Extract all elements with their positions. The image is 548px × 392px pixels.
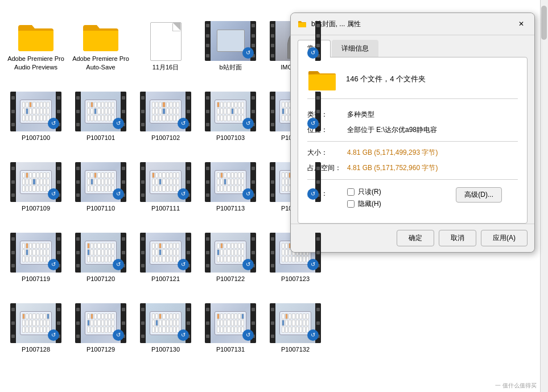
- sync-badge: ↺: [48, 259, 59, 270]
- sync-badge: ↺: [48, 118, 59, 129]
- file-label: P1007113: [216, 204, 245, 212]
- file-label: P1007121: [151, 275, 180, 283]
- prop-attr-section: 属性： 只读(R) 隐藏(H) 高级(D)...: [307, 184, 518, 214]
- file-item-p1007130[interactable]: ↺ P1007130: [134, 288, 197, 356]
- file-item-p1007101[interactable]: ↺ P1007101: [69, 76, 132, 145]
- dialog-title-left: b站封面, ... 属性: [298, 19, 361, 29]
- apply-button[interactable]: 应用(A): [481, 230, 528, 246]
- prop-divider-1: [307, 141, 518, 142]
- file-label-bzhan: b站封面: [219, 63, 241, 71]
- sync-badge: ↺: [307, 118, 319, 129]
- sync-badge: ↺: [178, 188, 189, 200]
- dialog-body: 146 个文件，4 个文件夹 类型： 多种类型 位置： 全部位于 E:\达尔优a…: [298, 57, 528, 224]
- prop-rows: 类型： 多种类型 位置： 全部位于 E:\达尔优a98静电容 大小： 4.81 …: [307, 107, 518, 214]
- properties-dialog[interactable]: b站封面, ... 属性 ✕ 常规 详细信息 146 个文件，4 个文件夹: [290, 13, 535, 253]
- file-item-nov16[interactable]: 11月16日: [134, 6, 197, 74]
- prop-divider-2: [307, 179, 518, 180]
- file-label: P1007101: [86, 134, 115, 142]
- prop-row-disk: 占用空间： 4.81 GB (5,171,752,960 字节): [307, 160, 518, 176]
- file-item-bzhan[interactable]: ↺ b站封面: [199, 6, 262, 74]
- advanced-button[interactable]: 高级(D)...: [456, 187, 502, 203]
- file-label-adobe-audio: Adobe Premiere Pro Audio Previews: [7, 55, 64, 71]
- sync-badge: ↺: [307, 329, 319, 341]
- sync-badge-bzhan: ↺: [242, 47, 254, 59]
- file-label-nov16: 11月16日: [153, 63, 179, 71]
- video-thumb-p1007103: ↺: [205, 92, 256, 131]
- file-label: P1007131: [216, 345, 245, 353]
- film-strip-left: [205, 21, 211, 61]
- disk-label: 占用空间：: [307, 163, 347, 173]
- file-label: P1007103: [216, 134, 245, 142]
- ok-button[interactable]: 确定: [397, 230, 434, 246]
- file-label: P1007100: [22, 134, 50, 142]
- cancel-button[interactable]: 取消: [439, 230, 476, 246]
- file-item-adobe-autosave[interactable]: Adobe Premiere Pro Auto-Save: [69, 6, 132, 74]
- sync-badge: ↺: [178, 118, 189, 129]
- sync-badge: ↺: [242, 188, 254, 200]
- folder-icon-adobe-audio: [16, 19, 56, 52]
- prop-row-location: 位置： 全部位于 E:\达尔优a98静电容: [307, 122, 518, 138]
- file-label: P1007109: [22, 204, 50, 212]
- prop-folder-icon: [307, 67, 337, 92]
- hidden-checkbox[interactable]: [347, 200, 355, 208]
- file-label: P1007120: [86, 275, 115, 283]
- film-strip-left-img: [270, 21, 275, 61]
- file-item-p1007100[interactable]: ↺ P1007100: [5, 76, 67, 145]
- video-thumb-p1007113: ↺: [205, 162, 256, 202]
- sync-badge: ↺: [242, 259, 254, 270]
- file-item-p1007131[interactable]: ↺ P1007131: [199, 288, 262, 356]
- scrollbar-thumb[interactable]: [541, 6, 547, 40]
- video-thumb-p1007100: ↺: [10, 92, 61, 131]
- file-item-p1007122[interactable]: ↺ P1007122: [199, 217, 262, 286]
- title-folder-icon: [298, 20, 307, 28]
- video-thumb-bzhan: ↺: [205, 21, 256, 61]
- readonly-checkbox[interactable]: [347, 188, 355, 196]
- file-item-p1007111[interactable]: ↺ P1007111: [134, 147, 197, 215]
- file-label: P1007123: [281, 275, 310, 283]
- sync-badge: ↺: [307, 188, 319, 200]
- sync-badge: ↺: [242, 329, 254, 341]
- tab-details[interactable]: 详细信息: [332, 40, 378, 57]
- file-item-p1007110[interactable]: ↺ P1007110: [69, 147, 132, 215]
- sync-badge-img: ↺: [307, 47, 319, 59]
- file-label: P1007110: [86, 204, 115, 212]
- close-button[interactable]: ✕: [515, 18, 528, 30]
- sync-badge: ↺: [48, 188, 59, 200]
- disk-value: 4.81 GB (5,171,752,960 字节): [347, 163, 518, 173]
- file-item-p1007113[interactable]: ↺ P1007113: [199, 147, 262, 215]
- file-item-p1007103[interactable]: ↺ P1007103: [199, 76, 262, 145]
- sync-badge: ↺: [48, 329, 59, 341]
- file-item-p1007132[interactable]: ↺ P1007132: [264, 288, 327, 356]
- video-thumb-p1007101: ↺: [75, 92, 126, 131]
- prop-header: 146 个文件，4 个文件夹: [307, 67, 518, 99]
- file-label: P1007129: [86, 345, 115, 353]
- video-thumb-p1007110: ↺: [75, 162, 126, 202]
- file-label: P1007102: [151, 134, 180, 142]
- prop-row-type: 类型： 多种类型: [307, 107, 518, 122]
- file-label: P1007111: [151, 204, 180, 212]
- file-item-p1007121[interactable]: ↺ P1007121: [134, 217, 197, 286]
- video-thumb-p1007102: ↺: [140, 92, 191, 131]
- file-item-p1007119[interactable]: ↺ P1007119: [5, 217, 67, 286]
- sync-badge: ↺: [178, 259, 189, 270]
- scrollbar-track[interactable]: [540, 0, 548, 392]
- sync-badge: ↺: [113, 329, 124, 341]
- video-thumb-p1007111: ↺: [140, 162, 191, 202]
- video-thumb-p1007109: ↺: [10, 162, 61, 202]
- readonly-label: 只读(R): [358, 187, 381, 197]
- file-item-p1007109[interactable]: ↺ P1007109: [5, 147, 67, 215]
- watermark: 一 值什么值得买: [495, 382, 537, 390]
- dialog-tabs: 常规 详细信息: [291, 35, 534, 57]
- doc-icon: [150, 22, 182, 61]
- sync-badge: ↺: [307, 259, 319, 270]
- sync-badge: ↺: [113, 259, 124, 270]
- file-item-p1007120[interactable]: ↺ P1007120: [69, 217, 132, 286]
- file-item-p1007102[interactable]: ↺ P1007102: [134, 76, 197, 145]
- file-item-p1007129[interactable]: ↺ P1007129: [69, 288, 132, 356]
- file-item-adobe-audio[interactable]: Adobe Premiere Pro Audio Previews: [5, 6, 67, 74]
- file-item-p1007128[interactable]: ↺ P1007128: [5, 288, 67, 356]
- dialog-footer: 确定 取消 应用(A): [291, 224, 534, 252]
- dialog-titlebar: b站封面, ... 属性 ✕: [291, 13, 534, 35]
- location-value: 全部位于 E:\达尔优a98静电容: [347, 125, 518, 135]
- size-value: 4.81 GB (5,171,499,293 字节): [347, 148, 518, 158]
